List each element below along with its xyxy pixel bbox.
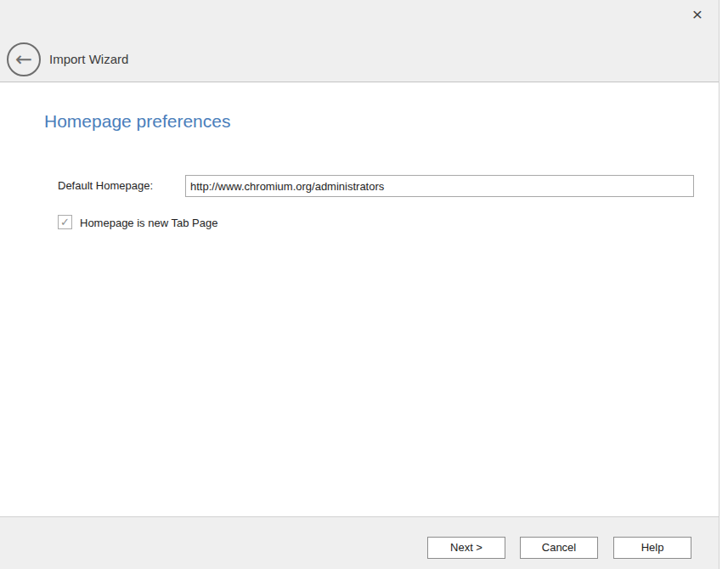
help-button[interactable]: Help	[613, 537, 691, 559]
back-button[interactable]: ←	[7, 42, 41, 76]
page-title: Homepage preferences	[44, 111, 230, 132]
wizard-title: Import Wizard	[49, 52, 128, 66]
next-button[interactable]: Next >	[427, 537, 505, 559]
close-icon: ×	[692, 4, 703, 24]
newtab-checkbox[interactable]: ✓	[58, 215, 72, 229]
default-homepage-input[interactable]	[185, 175, 694, 197]
wizard-header: × ← Import Wizard	[0, 0, 719, 82]
newtab-checkbox-label: Homepage is new Tab Page	[80, 217, 217, 229]
wizard-footer: Next > Cancel Help	[0, 516, 719, 569]
import-wizard-dialog: × ← Import Wizard Homepage preferences D…	[0, 0, 720, 569]
close-button[interactable]: ×	[686, 3, 708, 25]
default-homepage-label: Default Homepage:	[58, 179, 153, 192]
cancel-button[interactable]: Cancel	[520, 537, 598, 559]
back-arrow-icon: ←	[15, 48, 32, 71]
checkmark-icon: ✓	[60, 216, 70, 228]
